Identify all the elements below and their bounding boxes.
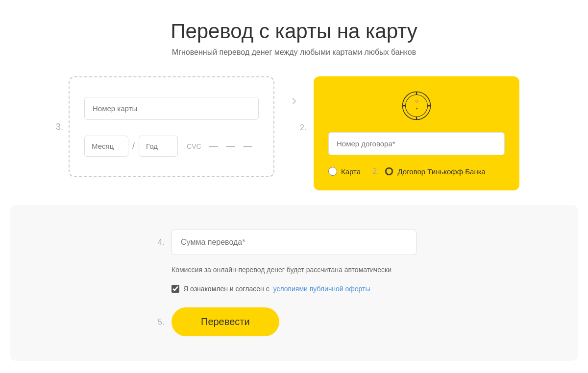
svg-rect-7 bbox=[428, 105, 431, 106]
radio-contract-label: Договор Тинькофф Банка bbox=[397, 167, 485, 176]
svg-text:👑: 👑 bbox=[415, 99, 419, 103]
svg-rect-4 bbox=[416, 92, 417, 95]
payment-type-row: Карта 2. Договор Тинькофф Банка bbox=[328, 167, 505, 176]
dest-step-label: 2. bbox=[300, 123, 306, 132]
svg-text:⚜: ⚜ bbox=[416, 107, 418, 110]
radio-card[interactable] bbox=[328, 167, 337, 176]
svg-point-1 bbox=[406, 95, 428, 117]
svg-rect-5 bbox=[416, 117, 417, 120]
svg-point-0 bbox=[403, 92, 431, 120]
page-header: Перевод с карты на карту Мгновенный пере… bbox=[10, 20, 578, 57]
expiry-year-input[interactable] bbox=[139, 136, 178, 157]
cards-section: 3. / CVC — — — › 2. bbox=[10, 76, 578, 190]
expiry-cvc-row: / CVC — — — bbox=[84, 136, 259, 157]
agreement-section: 4. Комиссия за онлайн-перевод денег буде… bbox=[10, 205, 578, 361]
arrow-section: › bbox=[274, 76, 314, 109]
source-step-label: 3. bbox=[56, 122, 63, 132]
cvc-dots: — — — bbox=[209, 141, 255, 151]
amount-input[interactable] bbox=[172, 230, 416, 255]
dest-card: 2. 👑 ⚜ bbox=[314, 76, 519, 190]
transfer-arrow-icon: › bbox=[292, 91, 297, 109]
submit-row: 5. Перевести bbox=[172, 307, 416, 336]
radio-contract-option[interactable]: 2. Договор Тинькофф Банка bbox=[372, 167, 486, 176]
radio-contract[interactable] bbox=[385, 167, 393, 176]
terms-link[interactable]: условиями публичной оферты bbox=[273, 285, 370, 293]
source-card: 3. / CVC — — — bbox=[69, 76, 274, 177]
agreement-checkbox[interactable] bbox=[172, 285, 179, 293]
contract-number-input[interactable] bbox=[328, 132, 505, 155]
submit-step-label: 5. bbox=[158, 318, 164, 326]
card-number-input[interactable] bbox=[84, 97, 259, 120]
card-number-row bbox=[84, 97, 259, 120]
expiry-month-input[interactable] bbox=[84, 136, 128, 157]
agreement-checkbox-row: Я ознакомлен и согласен с условиями публ… bbox=[172, 285, 416, 293]
amount-row: 4. bbox=[172, 230, 416, 255]
submit-button[interactable]: Перевести bbox=[172, 307, 279, 336]
page-title: Перевод с карты на карту bbox=[10, 20, 578, 43]
commission-text: Комиссия за онлайн-перевод денег будет р… bbox=[172, 265, 416, 275]
contract-step-num: 2. bbox=[372, 167, 379, 176]
radio-card-option[interactable]: Карта bbox=[328, 167, 361, 176]
radio-card-label: Карта bbox=[341, 167, 361, 176]
cvc-label: CVC bbox=[187, 142, 201, 150]
svg-rect-6 bbox=[403, 105, 406, 106]
slash-divider: / bbox=[132, 141, 135, 151]
amount-step-label: 4. bbox=[158, 238, 164, 247]
page-subtitle: Мгновенный перевод денег между любыми ка… bbox=[10, 48, 578, 57]
bank-logo: 👑 ⚜ bbox=[328, 91, 505, 122]
agreement-text: Я ознакомлен и согласен с bbox=[183, 285, 270, 293]
